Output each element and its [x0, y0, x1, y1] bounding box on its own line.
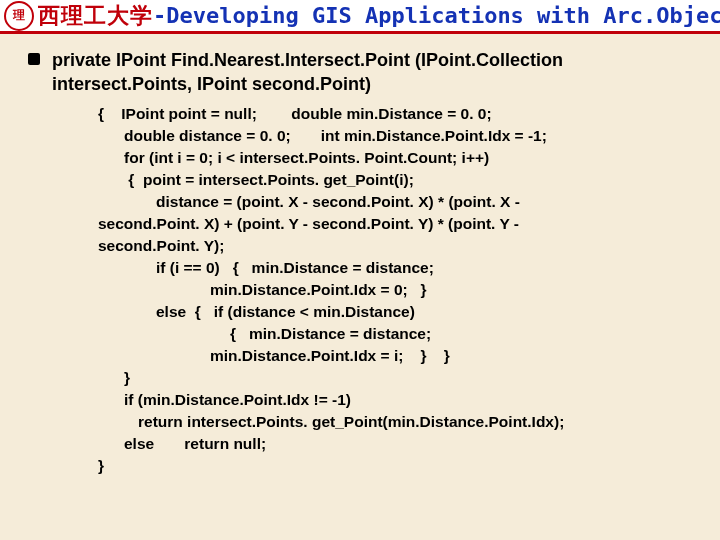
- title-dash: -: [153, 3, 166, 28]
- code-line: if (i == 0) { min.Distance = distance;: [156, 257, 700, 279]
- code-line: min.Distance.Point.Idx = 0; }: [210, 279, 700, 301]
- code-line: double distance = 0. 0; int min.Distance…: [124, 125, 700, 147]
- code-line: second.Point. X) + (point. Y - second.Po…: [98, 213, 700, 235]
- title-english: Developing GIS Applications with Arc.Obj…: [166, 3, 720, 28]
- code-line: }: [124, 367, 700, 389]
- code-line: { IPoint point = null; double min.Distan…: [98, 103, 700, 125]
- code-line: else { if (distance < min.Distance): [156, 301, 700, 323]
- code-line: return intersect.Points. get_Point(min.D…: [138, 411, 700, 433]
- bullet-icon: [28, 53, 40, 65]
- slide-header: 理 西理工大学 - Developing GIS Applications wi…: [0, 0, 720, 34]
- code-line: distance = (point. X - second.Point. X) …: [156, 191, 700, 213]
- code-line: { point = intersect.Points. get_Point(i)…: [124, 169, 700, 191]
- slide-body: private IPoint Find.Nearest.Intersect.Po…: [0, 34, 720, 477]
- university-logo: 理: [4, 1, 34, 31]
- code-line: min.Distance.Point.Idx = i; } }: [210, 345, 700, 367]
- bullet-item: private IPoint Find.Nearest.Intersect.Po…: [28, 48, 700, 97]
- code-line: else return null;: [124, 433, 700, 455]
- code-line: second.Point. Y);: [98, 235, 700, 257]
- code-line: }: [98, 455, 700, 477]
- code-line: for (int i = 0; i < intersect.Points. Po…: [124, 147, 700, 169]
- code-block: { IPoint point = null; double min.Distan…: [98, 103, 700, 477]
- method-signature: private IPoint Find.Nearest.Intersect.Po…: [52, 48, 700, 97]
- code-line: if (min.Distance.Point.Idx != -1): [124, 389, 700, 411]
- title-chinese: 西理工大学: [38, 1, 153, 31]
- code-line: { min.Distance = distance;: [230, 323, 700, 345]
